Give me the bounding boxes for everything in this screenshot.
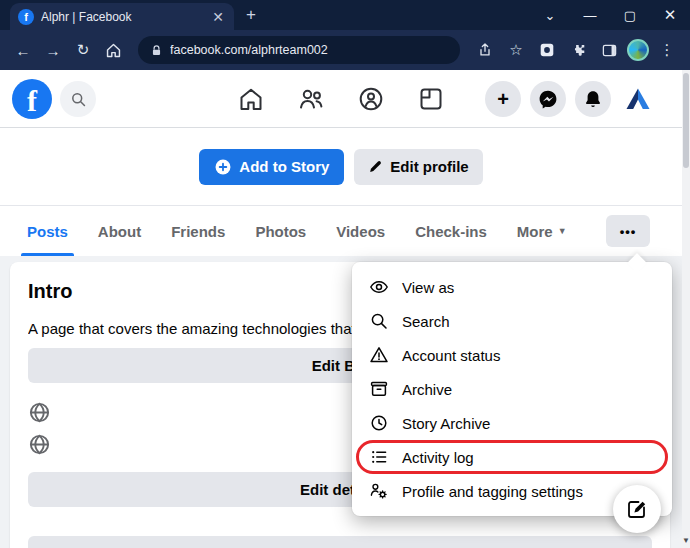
lock-icon <box>150 44 163 57</box>
compose-fab-button[interactable] <box>613 485 661 533</box>
menu-item-search[interactable]: Search <box>360 304 664 338</box>
reload-button[interactable]: ↻ <box>70 37 96 63</box>
extension-icon[interactable] <box>534 37 560 63</box>
forward-button[interactable]: → <box>40 37 66 63</box>
person-gear-icon <box>369 481 389 501</box>
alphr-profile-logo[interactable] <box>620 81 656 117</box>
add-to-story-button[interactable]: Add to Story <box>199 149 344 185</box>
tab-posts[interactable]: Posts <box>27 206 68 256</box>
edit-profile-button[interactable]: Edit profile <box>354 149 482 185</box>
list-icon <box>369 447 389 467</box>
tab-close-icon[interactable]: ✕ <box>210 10 226 24</box>
profile-actions-row: Add to Story Edit profile <box>0 128 682 205</box>
menu-item-story-archive[interactable]: Story Archive <box>360 406 664 440</box>
caret-down-icon: ▼ <box>558 226 567 236</box>
browser-window: f Alphr | Facebook ✕ + ⌄ — ▢ ✕ ← → ↻ fac… <box>0 0 690 548</box>
menu-item-archive[interactable]: Archive <box>360 372 664 406</box>
tab-photos[interactable]: Photos <box>255 206 306 256</box>
menu-item-account-status[interactable]: Account status <box>360 338 664 372</box>
browser-titlebar: f Alphr | Facebook ✕ + ⌄ — ▢ ✕ <box>0 0 690 30</box>
groups-nav-icon[interactable] <box>357 85 385 113</box>
kebab-menu-icon[interactable]: ⋮ <box>654 37 680 63</box>
clock-icon <box>369 413 389 433</box>
friends-nav-icon[interactable] <box>297 85 325 113</box>
tab-about[interactable]: About <box>98 206 141 256</box>
messenger-button[interactable] <box>530 81 566 117</box>
create-plus-button[interactable]: + <box>485 81 521 117</box>
back-button[interactable]: ← <box>10 37 36 63</box>
pencil-icon <box>368 159 383 174</box>
profile-options-menu: View as Search Account status Archive St <box>352 262 672 516</box>
search-icon <box>369 311 389 331</box>
side-panel-icon[interactable] <box>596 37 622 63</box>
extensions-puzzle-icon[interactable] <box>565 37 591 63</box>
tab-friends[interactable]: Friends <box>171 206 225 256</box>
tab-title: Alphr | Facebook <box>41 10 203 24</box>
profile-avatar[interactable] <box>627 39 649 61</box>
home-nav-icon[interactable] <box>237 85 265 113</box>
window-chevron-icon[interactable]: ⌄ <box>530 0 570 30</box>
gaming-nav-icon[interactable] <box>417 85 445 113</box>
bookmark-star-icon[interactable]: ☆ <box>503 37 529 63</box>
page-scrollbar[interactable]: ▼ <box>682 70 690 548</box>
compose-pencil-icon <box>625 497 649 521</box>
address-bar[interactable]: facebook.com/alphrteam002 <box>138 36 460 64</box>
browser-toolbar: ← → ↻ facebook.com/alphrteam002 ☆ <box>0 30 690 70</box>
window-close-button[interactable]: ✕ <box>650 0 690 30</box>
more-options-button[interactable]: ••• <box>606 215 650 247</box>
menu-item-activity-log[interactable]: Activity log <box>356 440 668 474</box>
window-minimize-button[interactable]: — <box>570 0 610 30</box>
scrollbar-thumb[interactable] <box>683 73 689 168</box>
scrollbar-down-arrow-icon[interactable]: ▼ <box>682 535 690 547</box>
new-tab-button[interactable]: + <box>246 5 256 25</box>
home-button[interactable] <box>100 37 126 63</box>
facebook-header: f + <box>0 70 682 128</box>
plus-circle-icon <box>214 158 232 176</box>
browser-tab[interactable]: f Alphr | Facebook ✕ <box>10 3 234 30</box>
menu-item-view-as[interactable]: View as <box>360 270 664 304</box>
archive-box-icon <box>369 379 389 399</box>
facebook-favicon-icon: f <box>18 9 34 25</box>
tab-check-ins[interactable]: Check-ins <box>415 206 487 256</box>
share-icon[interactable] <box>472 37 498 63</box>
eye-icon <box>369 277 389 297</box>
url-text: facebook.com/alphrteam002 <box>170 43 328 57</box>
tab-videos[interactable]: Videos <box>336 206 385 256</box>
add-hobbies-button[interactable]: Add Hobbies <box>28 536 652 548</box>
window-maximize-button[interactable]: ▢ <box>610 0 650 30</box>
notifications-bell-button[interactable] <box>575 81 611 117</box>
tab-more[interactable]: More▼ <box>517 206 567 256</box>
profile-tabs: Posts About Friends Photos Videos Check-… <box>0 205 682 256</box>
warning-triangle-icon <box>369 345 389 365</box>
